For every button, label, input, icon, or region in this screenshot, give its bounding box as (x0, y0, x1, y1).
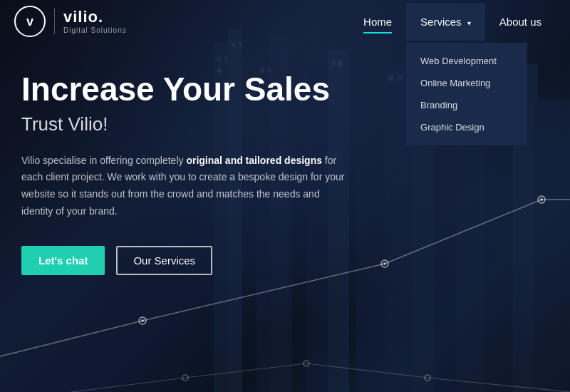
hero-title: Increase Your Sales (21, 71, 349, 108)
dropdown-online-marketing[interactable]: Online Marketing (406, 72, 527, 94)
nav-services[interactable]: Services ▾ Web Development Online Market… (406, 3, 485, 41)
nav-home[interactable]: Home (349, 3, 406, 41)
hero-description-bold: original and tailored designs (186, 155, 322, 166)
svg-point-36 (540, 198, 543, 201)
services-dropdown: Web Development Online Marketing Brandin… (406, 43, 527, 145)
navbar: v vilio. Digital Solutions Home Services… (0, 0, 570, 43)
logo-letter: v (26, 14, 33, 29)
nav-about[interactable]: About us (485, 3, 556, 41)
logo-text: vilio. Digital Solutions (63, 9, 127, 33)
hero-content: Increase Your Sales Trust Vilio! Vilio s… (0, 43, 370, 275)
hero-buttons: Let's chat Our Services (21, 246, 349, 275)
chevron-down-icon: ▾ (467, 19, 471, 27)
hero-subtitle: Trust Vilio! (21, 113, 349, 135)
logo-section[interactable]: v vilio. Digital Solutions (14, 6, 127, 37)
logo-divider (54, 9, 55, 34)
svg-point-32 (141, 319, 144, 322)
svg-rect-24 (398, 75, 403, 81)
dropdown-branding[interactable]: Branding (406, 94, 527, 116)
hero-description: Vilio specialise in offering completely … (21, 153, 349, 220)
lets-chat-button[interactable]: Let's chat (21, 246, 105, 275)
logo-name: vilio. (63, 9, 127, 26)
our-services-button[interactable]: Our Services (116, 246, 212, 275)
logo-circle: v (14, 6, 46, 37)
nav-links: Home Services ▾ Web Development Online M… (349, 3, 556, 41)
svg-point-34 (383, 262, 386, 265)
svg-rect-23 (388, 75, 393, 81)
logo-tagline: Digital Solutions (63, 26, 127, 34)
dropdown-web-dev[interactable]: Web Development (406, 50, 527, 72)
dropdown-graphic-design[interactable]: Graphic Design (406, 116, 527, 138)
